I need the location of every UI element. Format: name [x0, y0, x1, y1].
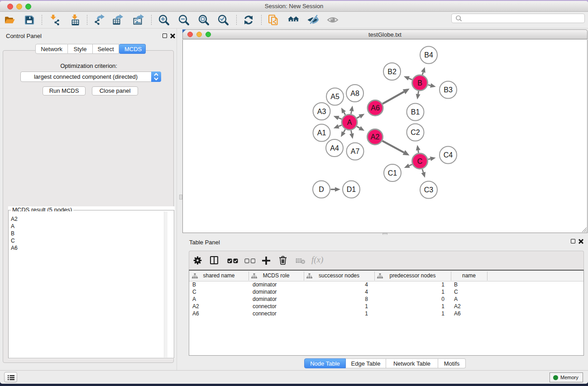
svg-text:B3: B3 [444, 86, 453, 94]
svg-text:A: A [347, 119, 352, 126]
svg-text:B4: B4 [424, 51, 433, 59]
svg-text:D: D [319, 186, 324, 193]
svg-text:A6: A6 [371, 104, 380, 112]
svg-text:A3: A3 [317, 108, 326, 115]
svg-text:A4: A4 [330, 144, 339, 152]
svg-text:C4: C4 [444, 151, 453, 159]
svg-text:C: C [417, 157, 423, 165]
svg-text:B2: B2 [387, 68, 397, 76]
svg-text:B: B [417, 79, 422, 87]
svg-text:C3: C3 [424, 186, 434, 194]
svg-text:A5: A5 [330, 93, 339, 100]
svg-text:C2: C2 [411, 129, 420, 136]
svg-text:B1: B1 [411, 108, 420, 116]
svg-text:A2: A2 [371, 133, 380, 141]
svg-text:A8: A8 [350, 90, 359, 97]
svg-text:A1: A1 [317, 129, 326, 137]
svg-text:A7: A7 [351, 148, 360, 155]
svg-text:D1: D1 [347, 186, 356, 193]
svg-text:C1: C1 [388, 169, 397, 177]
